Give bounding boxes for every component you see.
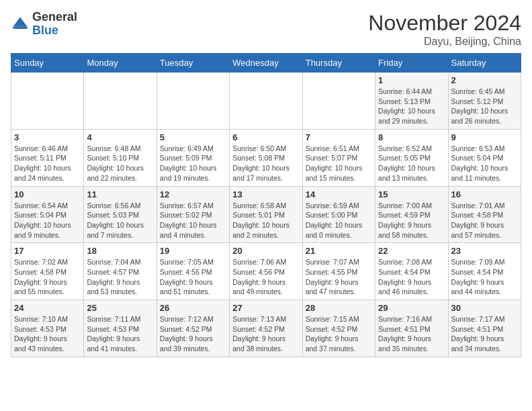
calendar-table: SundayMondayTuesdayWednesdayThursdayFrid… bbox=[11, 53, 521, 357]
calendar-cell bbox=[302, 73, 375, 130]
logo-icon bbox=[11, 15, 30, 34]
calendar-cell bbox=[11, 73, 84, 130]
calendar-cell: 7Sunrise: 6:51 AM Sunset: 5:07 PM Daylig… bbox=[302, 129, 375, 186]
calendar-week-row: 3Sunrise: 6:46 AM Sunset: 5:11 PM Daylig… bbox=[11, 129, 521, 186]
day-number: 23 bbox=[451, 246, 518, 256]
day-info: Sunrise: 7:02 AM Sunset: 4:58 PM Dayligh… bbox=[14, 257, 81, 297]
location-subtitle: Dayu, Beijing, China bbox=[368, 36, 521, 48]
calendar-cell: 12Sunrise: 6:57 AM Sunset: 5:02 PM Dayli… bbox=[157, 186, 229, 243]
weekday-header-sunday: Sunday bbox=[11, 54, 84, 73]
day-info: Sunrise: 6:50 AM Sunset: 5:08 PM Dayligh… bbox=[232, 144, 299, 183]
day-info: Sunrise: 6:57 AM Sunset: 5:02 PM Dayligh… bbox=[160, 201, 226, 240]
day-number: 6 bbox=[232, 132, 299, 142]
calendar-cell: 8Sunrise: 6:52 AM Sunset: 5:05 PM Daylig… bbox=[375, 129, 448, 186]
day-number: 28 bbox=[306, 303, 372, 313]
calendar-cell: 3Sunrise: 6:46 AM Sunset: 5:11 PM Daylig… bbox=[11, 129, 84, 186]
calendar-cell: 15Sunrise: 7:00 AM Sunset: 4:59 PM Dayli… bbox=[375, 186, 448, 243]
calendar-cell: 6Sunrise: 6:50 AM Sunset: 5:08 PM Daylig… bbox=[230, 129, 302, 186]
day-info: Sunrise: 7:08 AM Sunset: 4:54 PM Dayligh… bbox=[378, 257, 445, 297]
day-info: Sunrise: 6:51 AM Sunset: 5:07 PM Dayligh… bbox=[306, 144, 372, 183]
day-info: Sunrise: 7:07 AM Sunset: 4:55 PM Dayligh… bbox=[306, 257, 372, 297]
day-number: 30 bbox=[451, 303, 518, 313]
logo: General Blue bbox=[11, 11, 77, 38]
day-info: Sunrise: 7:11 AM Sunset: 4:53 PM Dayligh… bbox=[87, 314, 153, 354]
day-number: 7 bbox=[306, 132, 372, 142]
calendar-cell: 18Sunrise: 7:04 AM Sunset: 4:57 PM Dayli… bbox=[84, 243, 157, 300]
day-number: 24 bbox=[14, 303, 81, 313]
day-info: Sunrise: 6:46 AM Sunset: 5:11 PM Dayligh… bbox=[14, 144, 81, 183]
day-info: Sunrise: 7:04 AM Sunset: 4:57 PM Dayligh… bbox=[87, 257, 153, 297]
calendar-cell: 24Sunrise: 7:10 AM Sunset: 4:53 PM Dayli… bbox=[11, 300, 84, 357]
day-info: Sunrise: 7:06 AM Sunset: 4:56 PM Dayligh… bbox=[232, 257, 299, 297]
day-info: Sunrise: 7:01 AM Sunset: 4:58 PM Dayligh… bbox=[451, 201, 518, 240]
day-number: 17 bbox=[14, 246, 81, 256]
weekday-header-row: SundayMondayTuesdayWednesdayThursdayFrid… bbox=[11, 54, 521, 73]
day-number: 22 bbox=[378, 246, 445, 256]
day-info: Sunrise: 7:05 AM Sunset: 4:56 PM Dayligh… bbox=[160, 257, 226, 297]
day-info: Sunrise: 6:56 AM Sunset: 5:03 PM Dayligh… bbox=[87, 201, 153, 240]
calendar-cell: 22Sunrise: 7:08 AM Sunset: 4:54 PM Dayli… bbox=[375, 243, 448, 300]
calendar-cell: 26Sunrise: 7:12 AM Sunset: 4:52 PM Dayli… bbox=[157, 300, 229, 357]
calendar-week-row: 10Sunrise: 6:54 AM Sunset: 5:04 PM Dayli… bbox=[11, 186, 521, 243]
day-info: Sunrise: 7:16 AM Sunset: 4:51 PM Dayligh… bbox=[378, 314, 445, 354]
calendar-cell: 25Sunrise: 7:11 AM Sunset: 4:53 PM Dayli… bbox=[84, 300, 157, 357]
month-title: November 2024 bbox=[368, 11, 521, 36]
day-info: Sunrise: 6:59 AM Sunset: 5:00 PM Dayligh… bbox=[306, 201, 372, 240]
calendar-cell: 29Sunrise: 7:16 AM Sunset: 4:51 PM Dayli… bbox=[375, 300, 448, 357]
day-info: Sunrise: 7:17 AM Sunset: 4:51 PM Dayligh… bbox=[451, 314, 518, 354]
day-info: Sunrise: 6:58 AM Sunset: 5:01 PM Dayligh… bbox=[232, 201, 299, 240]
day-number: 16 bbox=[451, 189, 518, 199]
calendar-cell: 30Sunrise: 7:17 AM Sunset: 4:51 PM Dayli… bbox=[448, 300, 521, 357]
logo-general-text: General bbox=[32, 10, 77, 24]
day-number: 26 bbox=[160, 303, 226, 313]
title-block: November 2024 Dayu, Beijing, China bbox=[368, 11, 521, 48]
day-number: 10 bbox=[14, 189, 81, 199]
calendar-cell bbox=[157, 73, 229, 130]
weekday-header-tuesday: Tuesday bbox=[157, 54, 229, 73]
weekday-header-wednesday: Wednesday bbox=[230, 54, 302, 73]
day-info: Sunrise: 7:09 AM Sunset: 4:54 PM Dayligh… bbox=[451, 257, 518, 297]
svg-marker-0 bbox=[13, 17, 28, 26]
weekday-header-thursday: Thursday bbox=[302, 54, 375, 73]
calendar-cell: 2Sunrise: 6:45 AM Sunset: 5:12 PM Daylig… bbox=[448, 73, 521, 130]
calendar-cell: 4Sunrise: 6:48 AM Sunset: 5:10 PM Daylig… bbox=[84, 129, 157, 186]
day-number: 9 bbox=[451, 132, 518, 142]
calendar-cell bbox=[230, 73, 302, 130]
day-info: Sunrise: 6:48 AM Sunset: 5:10 PM Dayligh… bbox=[87, 144, 153, 183]
calendar-cell: 16Sunrise: 7:01 AM Sunset: 4:58 PM Dayli… bbox=[448, 186, 521, 243]
day-number: 27 bbox=[232, 303, 299, 313]
day-info: Sunrise: 7:15 AM Sunset: 4:52 PM Dayligh… bbox=[306, 314, 372, 354]
day-number: 13 bbox=[232, 189, 299, 199]
day-info: Sunrise: 6:45 AM Sunset: 5:12 PM Dayligh… bbox=[451, 87, 518, 126]
day-info: Sunrise: 7:13 AM Sunset: 4:52 PM Dayligh… bbox=[232, 314, 299, 354]
day-info: Sunrise: 7:10 AM Sunset: 4:53 PM Dayligh… bbox=[14, 314, 81, 354]
day-number: 15 bbox=[378, 189, 445, 199]
day-number: 3 bbox=[14, 132, 81, 142]
calendar-cell: 28Sunrise: 7:15 AM Sunset: 4:52 PM Dayli… bbox=[302, 300, 375, 357]
day-info: Sunrise: 6:44 AM Sunset: 5:13 PM Dayligh… bbox=[378, 87, 445, 126]
day-number: 14 bbox=[306, 189, 372, 199]
calendar-cell: 20Sunrise: 7:06 AM Sunset: 4:56 PM Dayli… bbox=[230, 243, 302, 300]
day-number: 25 bbox=[87, 303, 153, 313]
calendar-cell: 19Sunrise: 7:05 AM Sunset: 4:56 PM Dayli… bbox=[157, 243, 229, 300]
day-number: 5 bbox=[160, 132, 226, 142]
day-info: Sunrise: 7:12 AM Sunset: 4:52 PM Dayligh… bbox=[160, 314, 226, 354]
day-number: 1 bbox=[378, 75, 445, 85]
day-number: 12 bbox=[160, 189, 226, 199]
calendar-cell: 23Sunrise: 7:09 AM Sunset: 4:54 PM Dayli… bbox=[448, 243, 521, 300]
day-number: 2 bbox=[451, 75, 518, 85]
logo-blue-text: Blue bbox=[32, 24, 58, 37]
weekday-header-monday: Monday bbox=[84, 54, 157, 73]
calendar-week-row: 1Sunrise: 6:44 AM Sunset: 5:13 PM Daylig… bbox=[11, 73, 521, 130]
calendar-cell: 13Sunrise: 6:58 AM Sunset: 5:01 PM Dayli… bbox=[230, 186, 302, 243]
day-number: 8 bbox=[378, 132, 445, 142]
day-number: 20 bbox=[232, 246, 299, 256]
calendar-cell bbox=[84, 73, 157, 130]
day-info: Sunrise: 6:54 AM Sunset: 5:04 PM Dayligh… bbox=[14, 201, 81, 240]
day-number: 29 bbox=[378, 303, 445, 313]
weekday-header-friday: Friday bbox=[375, 54, 448, 73]
calendar-cell: 9Sunrise: 6:53 AM Sunset: 5:04 PM Daylig… bbox=[448, 129, 521, 186]
day-number: 11 bbox=[87, 189, 153, 199]
calendar-cell: 27Sunrise: 7:13 AM Sunset: 4:52 PM Dayli… bbox=[230, 300, 302, 357]
calendar-week-row: 17Sunrise: 7:02 AM Sunset: 4:58 PM Dayli… bbox=[11, 243, 521, 300]
